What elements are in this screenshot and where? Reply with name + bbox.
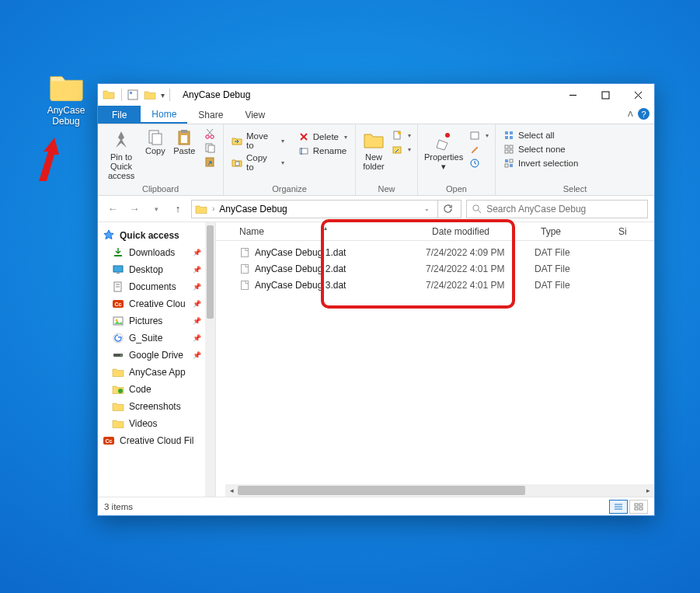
tab-view[interactable]: View <box>234 106 276 124</box>
svg-rect-60 <box>242 264 249 273</box>
sidebar-ccfiles[interactable]: Cc Creative Cloud Fil <box>98 432 215 449</box>
sidebar-item-desktop[interactable]: Desktop📌 <box>98 261 215 278</box>
delete-button[interactable]: Delete▾ <box>297 131 349 143</box>
col-size[interactable]: Si <box>612 226 643 237</box>
paste-shortcut-button[interactable] <box>203 155 217 168</box>
address-bar-row: ← → ▾ ↑ › AnyCase Debug ⌄ <box>98 196 654 222</box>
tab-home[interactable]: Home <box>141 106 187 124</box>
pin-quickaccess-button[interactable]: Pin to Quickaccess <box>104 127 138 180</box>
qat-newfolder-icon[interactable] <box>144 89 156 101</box>
open-button[interactable]: ▾ <box>468 129 490 141</box>
help-button[interactable]: ? <box>638 108 650 120</box>
view-details-button[interactable] <box>609 500 628 514</box>
status-count: 3 items <box>104 502 133 511</box>
svg-rect-32 <box>510 136 513 139</box>
sidebar-item-label: Downloads <box>129 247 175 258</box>
sidebar-item-screenshots[interactable]: Screenshots <box>98 398 215 415</box>
sidebar-quickaccess[interactable]: Quick access <box>98 227 215 244</box>
file-name: AnyCase Debug 3.dat <box>255 280 346 291</box>
ribbon-collapse-icon[interactable]: ᐱ <box>628 110 633 118</box>
file-row[interactable]: AnyCase Debug 1.dat 7/24/2022 4:09 PM DA… <box>216 244 654 260</box>
sidebar-item-downloads[interactable]: Downloads📌 <box>98 244 215 261</box>
svg-rect-66 <box>639 504 643 506</box>
close-button[interactable] <box>622 84 654 106</box>
file-date: 7/24/2022 4:01 PM <box>426 280 535 291</box>
address-dropdown-icon[interactable]: ⌄ <box>424 205 433 212</box>
col-date[interactable]: Date modified <box>426 226 535 237</box>
sidebar-item-label: Screenshots <box>129 401 181 412</box>
col-name[interactable]: Name▴ <box>216 226 426 237</box>
sidebar-scrollbar[interactable] <box>205 222 215 497</box>
address-bar[interactable]: › AnyCase Debug ⌄ <box>191 200 461 218</box>
breadcrumb[interactable]: AnyCase Debug <box>219 204 287 215</box>
nav-forward-button[interactable]: → <box>126 201 143 218</box>
group-select-label: Select <box>502 183 648 194</box>
maximize-button[interactable] <box>589 84 622 106</box>
star-icon <box>103 229 115 242</box>
chevron-down-icon: ▾ <box>408 146 411 153</box>
pin-icon: 📌 <box>193 351 201 359</box>
selectall-button[interactable]: Select all <box>502 129 580 141</box>
cut-button[interactable] <box>203 127 217 140</box>
qat-dropdown-icon[interactable]: ▾ <box>161 91 165 99</box>
file-row[interactable]: AnyCase Debug 3.dat 7/24/2022 4:01 PM DA… <box>216 277 654 293</box>
group-new-label: New <box>362 183 411 194</box>
invertselection-button[interactable]: Invert selection <box>502 157 580 169</box>
minimize-button[interactable] <box>556 84 589 106</box>
selectnone-button[interactable]: Select none <box>502 143 580 155</box>
sidebar-item-pictures[interactable]: Pictures📌 <box>98 312 215 330</box>
col-type[interactable]: Type <box>535 226 612 237</box>
sidebar-item-creative-clou[interactable]: CcCreative Clou📌 <box>98 295 215 312</box>
tab-share[interactable]: Share <box>187 106 234 124</box>
copy-path-button[interactable] <box>203 141 217 154</box>
properties-button[interactable]: Properties ▾ <box>424 127 463 172</box>
copy-button[interactable]: Copy <box>143 127 167 155</box>
view-icons-button[interactable] <box>629 500 648 514</box>
scroll-left-icon[interactable]: ◂ <box>225 484 238 497</box>
easyaccess-button[interactable]: ▾ <box>390 143 413 155</box>
sidebar-item-documents[interactable]: Documents📌 <box>98 278 215 295</box>
code-icon <box>112 383 124 396</box>
sidebar-item-g-suite[interactable]: G_Suite📌 <box>98 330 215 347</box>
search-input[interactable] <box>486 204 643 215</box>
sidebar-item-label: Pictures <box>129 316 162 326</box>
svg-rect-38 <box>510 159 513 162</box>
sidebar-item-videos[interactable]: Videos <box>98 415 215 432</box>
file-row[interactable]: AnyCase Debug 2.dat 7/24/2022 4:01 PM DA… <box>216 260 654 277</box>
file-type: DAT File <box>535 280 612 291</box>
column-headers: Name▴ Date modified Type Si <box>216 222 654 241</box>
sidebar-item-google-drive[interactable]: Google Drive📌 <box>98 347 215 364</box>
rename-button[interactable]: Rename <box>297 145 349 157</box>
gdrive-icon <box>112 349 124 361</box>
nav-back-button[interactable]: ← <box>104 201 121 218</box>
nav-up-button[interactable]: ↑ <box>169 201 186 218</box>
tab-file[interactable]: File <box>98 106 141 124</box>
scroll-right-icon[interactable]: ▸ <box>642 484 654 497</box>
history-button[interactable] <box>468 157 490 169</box>
newitem-button[interactable]: ▾ <box>390 129 413 141</box>
svg-rect-33 <box>505 145 508 148</box>
search-box[interactable] <box>466 200 648 218</box>
qat-properties-icon[interactable] <box>127 89 139 101</box>
edit-button[interactable] <box>468 143 490 155</box>
svg-rect-31 <box>505 136 508 139</box>
cc-icon: Cc <box>112 298 124 310</box>
folder-icon <box>195 203 207 215</box>
sidebar-item-label: Creative Clou <box>129 298 186 309</box>
refresh-button[interactable] <box>437 201 458 218</box>
copyto-button[interactable]: Copy to▾ <box>230 152 286 173</box>
desktop-folder-anycase[interactable]: AnyCaseDebug <box>39 72 93 127</box>
nav-recent-dropdown[interactable]: ▾ <box>148 201 165 218</box>
titlebar: ▾ AnyCase Debug <box>98 84 654 106</box>
svg-rect-34 <box>510 145 513 148</box>
moveto-button[interactable]: Move to▾ <box>230 131 286 151</box>
svg-rect-36 <box>510 150 513 153</box>
svg-rect-16 <box>208 145 214 152</box>
newfolder-button[interactable]: Newfolder <box>362 127 385 171</box>
paste-button[interactable]: Paste <box>172 127 197 155</box>
svg-point-26 <box>445 133 450 138</box>
sidebar-item-anycase-app[interactable]: AnyCase App <box>98 364 215 381</box>
horizontal-scrollbar[interactable]: ◂ ▸ <box>225 484 654 497</box>
folder-icon <box>49 72 84 102</box>
sidebar-item-code[interactable]: Code <box>98 381 215 398</box>
